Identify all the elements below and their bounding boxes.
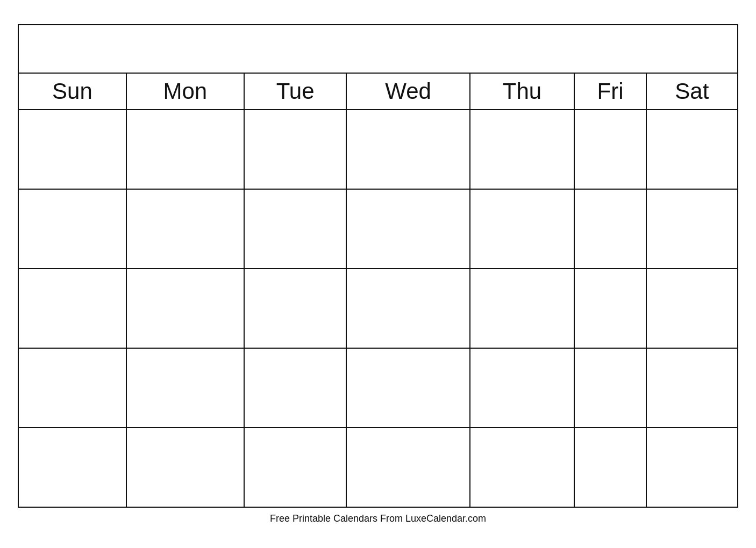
title-row <box>18 25 738 73</box>
header-wed: Wed <box>346 73 469 110</box>
cell-2-tue <box>244 189 347 269</box>
cell-5-thu <box>470 428 575 507</box>
cell-3-thu <box>470 269 575 348</box>
calendar-title <box>18 25 738 73</box>
cell-3-mon <box>126 269 244 348</box>
cell-1-mon <box>126 110 244 189</box>
week-row-3 <box>18 269 738 348</box>
cell-2-fri <box>574 189 646 269</box>
cell-2-thu <box>470 189 575 269</box>
cell-5-tue <box>244 428 347 507</box>
cell-4-tue <box>244 348 347 428</box>
cell-4-thu <box>470 348 575 428</box>
cell-2-sun <box>18 189 126 269</box>
cell-4-wed <box>346 348 469 428</box>
cell-5-sat <box>646 428 738 507</box>
cell-5-mon <box>126 428 244 507</box>
cell-4-fri <box>574 348 646 428</box>
cell-1-sun <box>18 110 126 189</box>
week-row-2 <box>18 189 738 269</box>
cell-2-sat <box>646 189 738 269</box>
cell-2-wed <box>346 189 469 269</box>
footer-text: Free Printable Calendars From LuxeCalend… <box>18 513 738 524</box>
cell-1-thu <box>470 110 575 189</box>
cell-1-fri <box>574 110 646 189</box>
cell-5-sun <box>18 428 126 507</box>
header-sat: Sat <box>646 73 738 110</box>
cell-3-sat <box>646 269 738 348</box>
week-row-5 <box>18 428 738 507</box>
week-row-1 <box>18 110 738 189</box>
week-row-4 <box>18 348 738 428</box>
cell-1-tue <box>244 110 347 189</box>
cell-3-sun <box>18 269 126 348</box>
cell-4-sun <box>18 348 126 428</box>
cell-2-mon <box>126 189 244 269</box>
cell-5-fri <box>574 428 646 507</box>
cell-4-sat <box>646 348 738 428</box>
header-thu: Thu <box>470 73 575 110</box>
header-sun: Sun <box>18 73 126 110</box>
cell-4-mon <box>126 348 244 428</box>
cell-1-sat <box>646 110 738 189</box>
calendar-wrapper: Sun Mon Tue Wed Thu Fri Sat <box>18 24 738 524</box>
header-fri: Fri <box>574 73 646 110</box>
cell-3-wed <box>346 269 469 348</box>
cell-3-tue <box>244 269 347 348</box>
header-mon: Mon <box>126 73 244 110</box>
calendar-table: Sun Mon Tue Wed Thu Fri Sat <box>18 24 738 508</box>
cell-1-wed <box>346 110 469 189</box>
header-row: Sun Mon Tue Wed Thu Fri Sat <box>18 73 738 110</box>
header-tue: Tue <box>244 73 347 110</box>
cell-3-fri <box>574 269 646 348</box>
cell-5-wed <box>346 428 469 507</box>
